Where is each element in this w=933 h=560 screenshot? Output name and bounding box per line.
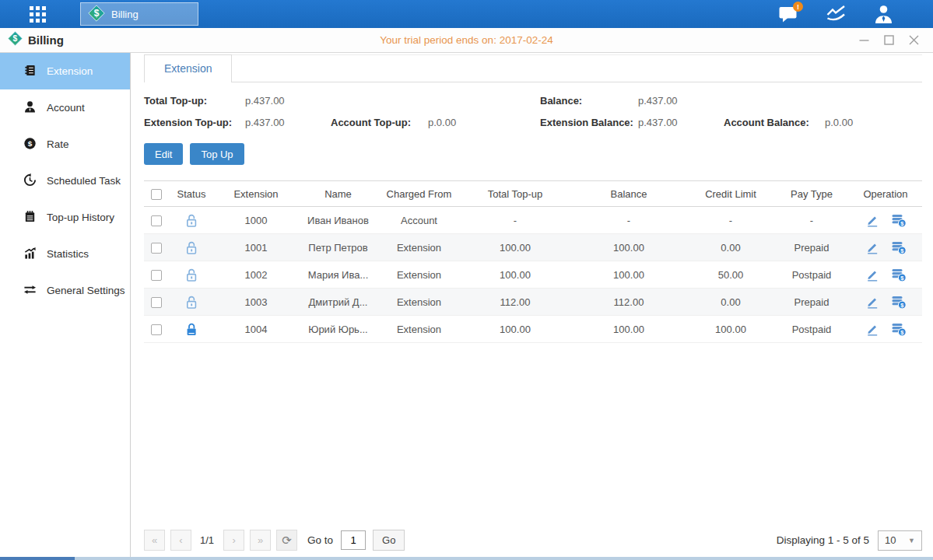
- account-balance-label: Account Balance:: [724, 117, 825, 128]
- chart-icon[interactable]: [826, 5, 847, 23]
- sidebar-item-topup-history[interactable]: Top-up History: [0, 199, 130, 236]
- cell-total-topup: 100.00: [460, 261, 570, 289]
- extension-topup-label: Extension Top-up:: [144, 117, 245, 128]
- topup-row-icon[interactable]: $: [891, 268, 907, 282]
- sidebar-item-general-settings[interactable]: General Settings: [0, 272, 130, 309]
- table-row[interactable]: 1001 Петр Петров Extension 100.00 100.00…: [144, 234, 922, 261]
- table-row[interactable]: 1002 Мария Ива... Extension 100.00 100.0…: [144, 261, 922, 289]
- extensions-table: Status Extension Name Charged From Total…: [144, 180, 922, 343]
- cell-total-topup: 112.00: [460, 289, 570, 316]
- billing-summary: Total Top-up: p.437.00 Balance: p.437.00…: [144, 95, 922, 128]
- status-lock-icon: [169, 207, 214, 234]
- select-all-checkbox[interactable]: [151, 189, 162, 200]
- cell-credit-limit: 0.00: [687, 289, 774, 316]
- cell-pay-type: Prepaid: [774, 289, 849, 316]
- account-topup-value: p.0.00: [428, 117, 540, 128]
- sidebar-item-label: Account: [47, 102, 85, 114]
- edit-row-icon[interactable]: [865, 295, 879, 309]
- cell-balance: 100.00: [570, 316, 687, 343]
- chat-notification-badge: !: [793, 2, 803, 12]
- first-page-button[interactable]: «: [144, 530, 165, 551]
- tab-extension[interactable]: Extension: [144, 54, 232, 82]
- taskbar-billing-label: Billing: [111, 9, 139, 20]
- edit-row-icon[interactable]: [865, 322, 879, 336]
- sidebar-item-scheduled-task[interactable]: Scheduled Task: [0, 163, 130, 199]
- dollar-circle-icon: $: [23, 137, 37, 152]
- cell-extension: 1000: [214, 207, 298, 234]
- page-indicator: 1/1: [200, 534, 214, 546]
- page-size-value: 10: [885, 534, 896, 546]
- cell-total-topup: 100.00: [460, 316, 570, 343]
- content-area: Extension Total Top-up: p.437.00 Balance…: [131, 53, 933, 557]
- prev-page-button[interactable]: ‹: [170, 530, 191, 551]
- page-size-select[interactable]: 10 ▼: [878, 530, 922, 551]
- status-lock-icon: [169, 289, 214, 316]
- cell-pay-type: Prepaid: [774, 234, 849, 261]
- cell-name: Юрий Юрь...: [298, 316, 378, 343]
- go-button[interactable]: Go: [373, 530, 405, 551]
- topup-button[interactable]: Top Up: [190, 143, 244, 165]
- chat-icon[interactable]: !: [778, 5, 799, 23]
- sidebar: Extension Account $ Rate: [0, 53, 131, 557]
- total-topup-label: Total Top-up:: [144, 95, 245, 107]
- cell-credit-limit: 50.00: [687, 261, 774, 289]
- cell-pay-type: Postpaid: [774, 261, 849, 289]
- cell-balance: 100.00: [570, 234, 687, 261]
- table-row[interactable]: 1003 Дмитрий Д... Extension 112.00 112.0…: [144, 289, 922, 316]
- cell-balance: 100.00: [570, 261, 687, 289]
- next-page-button[interactable]: ›: [223, 530, 244, 551]
- user-icon[interactable]: [873, 4, 894, 24]
- sidebar-item-statistics[interactable]: Statistics: [0, 236, 130, 272]
- col-charged-from: Charged From: [378, 181, 460, 207]
- app-grid-icon[interactable]: [30, 6, 46, 23]
- trial-notice: Your trial period ends on: 2017-02-24: [0, 34, 933, 46]
- row-checkbox[interactable]: [151, 243, 162, 254]
- table-row[interactable]: 1000 Иван Иванов Account - - - -: [144, 207, 922, 234]
- row-checkbox[interactable]: [151, 324, 162, 335]
- col-extension: Extension: [214, 181, 298, 207]
- topup-row-icon[interactable]: $: [891, 322, 907, 337]
- row-checkbox[interactable]: [151, 270, 162, 281]
- sidebar-item-label: Statistics: [47, 248, 89, 260]
- sidebar-item-account[interactable]: Account: [0, 89, 130, 126]
- last-page-button[interactable]: »: [250, 530, 271, 551]
- goto-page-input[interactable]: [341, 530, 366, 550]
- taskbar-billing-button[interactable]: $ Billing: [80, 2, 198, 26]
- billing-app-icon: $: [8, 31, 23, 49]
- displaying-status: Displaying 1 - 5 of 5: [777, 534, 869, 546]
- topup-row-icon[interactable]: $: [891, 213, 907, 228]
- cell-pay-type: Postpaid: [774, 316, 849, 343]
- row-checkbox[interactable]: [151, 215, 162, 226]
- minimize-icon[interactable]: [859, 35, 869, 45]
- topup-row-icon[interactable]: $: [891, 295, 907, 310]
- sidebar-item-extension[interactable]: Extension: [0, 53, 130, 89]
- topup-row-icon[interactable]: $: [891, 240, 907, 255]
- cell-charged-from: Account: [378, 207, 460, 234]
- edit-row-icon[interactable]: [865, 240, 879, 254]
- table-header-row: Status Extension Name Charged From Total…: [144, 181, 922, 207]
- svg-text:$: $: [28, 139, 33, 148]
- table-row[interactable]: 1004 Юрий Юрь... Extension 100.00 100.00…: [144, 316, 922, 343]
- account-balance-value: p.0.00: [825, 117, 922, 128]
- maximize-icon[interactable]: [884, 35, 894, 45]
- billing-diamond-icon: $: [88, 5, 105, 24]
- status-lock-icon: [169, 261, 214, 289]
- cell-name: Мария Ива...: [298, 261, 378, 289]
- edit-row-icon[interactable]: [865, 268, 879, 282]
- row-checkbox[interactable]: [151, 297, 162, 308]
- total-topup-value: p.437.00: [245, 95, 331, 107]
- cell-balance: 112.00: [570, 289, 687, 316]
- sidebar-item-rate[interactable]: $ Rate: [0, 126, 130, 163]
- sidebar-item-label: Rate: [47, 138, 69, 150]
- close-icon[interactable]: [909, 35, 919, 45]
- person-icon: [23, 100, 37, 116]
- cell-credit-limit: -: [687, 207, 774, 234]
- extension-balance-value: p.437.00: [638, 117, 724, 128]
- balance-label: Balance:: [540, 95, 638, 107]
- svg-text:$: $: [94, 8, 100, 19]
- edit-button[interactable]: Edit: [144, 143, 183, 165]
- refresh-button[interactable]: ⟳: [276, 530, 297, 551]
- cell-extension: 1002: [214, 261, 298, 289]
- status-lock-icon: [169, 234, 214, 261]
- edit-row-icon[interactable]: [865, 213, 879, 227]
